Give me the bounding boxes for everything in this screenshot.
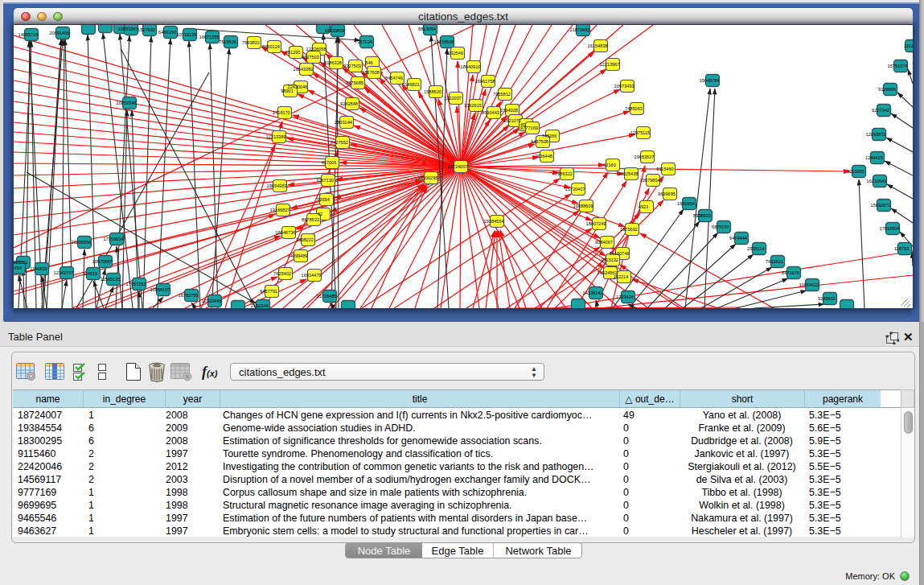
svg-text:12342757: 12342757 bbox=[54, 270, 74, 275]
svg-text:10654112: 10654112 bbox=[799, 282, 819, 287]
svg-text:20053346: 20053346 bbox=[117, 101, 137, 105]
svg-text:1527602: 1527602 bbox=[138, 27, 155, 32]
svg-text:7515526: 7515526 bbox=[219, 39, 236, 44]
svg-text:1322037: 1322037 bbox=[444, 96, 462, 101]
svg-text:9129966: 9129966 bbox=[878, 87, 896, 92]
svg-text:20691406: 20691406 bbox=[50, 31, 70, 35]
svg-text:1232549: 1232549 bbox=[446, 51, 463, 56]
svg-text:39154: 39154 bbox=[14, 266, 22, 270]
svg-text:2867608: 2867608 bbox=[362, 70, 380, 75]
svg-text:98901: 98901 bbox=[281, 89, 294, 93]
svg-text:1244415: 1244415 bbox=[865, 155, 883, 160]
svg-text:7625402: 7625402 bbox=[273, 271, 291, 276]
svg-text:1975692: 1975692 bbox=[620, 227, 638, 232]
svg-text:114519: 114519 bbox=[83, 271, 97, 276]
svg-text:16782759: 16782759 bbox=[179, 293, 199, 298]
svg-text:17359934: 17359934 bbox=[104, 237, 124, 241]
svg-text:16154838: 16154838 bbox=[588, 43, 608, 48]
svg-text:7663822: 7663822 bbox=[242, 40, 260, 45]
svg-text:8427552: 8427552 bbox=[331, 140, 348, 145]
svg-text:1362615: 1362615 bbox=[464, 103, 482, 108]
svg-text:4923: 4923 bbox=[639, 204, 648, 209]
svg-text:12505135: 12505135 bbox=[101, 277, 121, 282]
svg-text:19654983: 19654983 bbox=[267, 183, 287, 188]
svg-text:16648784: 16648784 bbox=[700, 78, 720, 83]
svg-text:9245652: 9245652 bbox=[818, 296, 836, 301]
svg-text:891295: 891295 bbox=[285, 50, 301, 55]
svg-text:18300295: 18300295 bbox=[418, 175, 438, 180]
svg-text:7357224: 7357224 bbox=[355, 39, 372, 44]
svg-text:8990443: 8990443 bbox=[482, 110, 499, 115]
svg-text:8938923: 8938923 bbox=[693, 213, 711, 218]
svg-text:10958107: 10958107 bbox=[150, 287, 170, 292]
svg-text:19384554: 19384554 bbox=[484, 219, 504, 224]
svg-text:8678533: 8678533 bbox=[302, 217, 319, 222]
svg-text:746266: 746266 bbox=[542, 134, 557, 138]
svg-text:8186328: 8186328 bbox=[324, 60, 342, 65]
svg-text:9699695: 9699695 bbox=[658, 192, 676, 196]
svg-text:12213389: 12213389 bbox=[266, 134, 286, 139]
svg-text:19166827: 19166827 bbox=[270, 208, 290, 212]
svg-text:17016504: 17016504 bbox=[880, 226, 900, 231]
svg-text:18807249: 18807249 bbox=[586, 221, 606, 226]
svg-text:12323446: 12323446 bbox=[202, 299, 222, 303]
svg-text:3875685: 3875685 bbox=[346, 80, 363, 85]
svg-text:9084067: 9084067 bbox=[595, 240, 613, 245]
svg-text:3698222: 3698222 bbox=[296, 237, 314, 242]
svg-text:9777169: 9777169 bbox=[520, 126, 538, 130]
svg-text:16671355: 16671355 bbox=[199, 35, 220, 39]
svg-text:7955812: 7955812 bbox=[493, 92, 511, 97]
svg-text:16046736: 16046736 bbox=[276, 230, 296, 235]
svg-text:15692971: 15692971 bbox=[871, 203, 891, 208]
svg-text:15720407: 15720407 bbox=[565, 187, 585, 192]
svg-text:1156829: 1156829 bbox=[30, 266, 47, 271]
svg-text:10975867: 10975867 bbox=[92, 259, 113, 264]
svg-text:1112: 1112 bbox=[904, 43, 913, 48]
svg-text:16543382: 16543382 bbox=[294, 67, 314, 72]
svg-text:2718170: 2718170 bbox=[273, 110, 290, 115]
svg-text:14055724: 14055724 bbox=[18, 32, 39, 37]
svg-text:9457791: 9457791 bbox=[260, 289, 277, 294]
svg-text:2935114: 2935114 bbox=[747, 246, 764, 251]
svg-text:3215955: 3215955 bbox=[847, 169, 864, 174]
svg-text:10719135: 10719135 bbox=[177, 32, 197, 37]
svg-text:16210643: 16210643 bbox=[867, 179, 887, 183]
svg-text:6794028: 6794028 bbox=[500, 108, 518, 113]
svg-text:2036448: 2036448 bbox=[535, 154, 552, 159]
svg-text:21873682: 21873682 bbox=[570, 27, 590, 32]
svg-text:62160: 62160 bbox=[603, 163, 616, 167]
svg-text:19653627: 19653627 bbox=[634, 154, 655, 159]
svg-text:9227342: 9227342 bbox=[872, 108, 889, 113]
svg-text:12093872: 12093872 bbox=[866, 132, 886, 137]
svg-text:116753: 116753 bbox=[894, 246, 909, 251]
svg-text:13226058: 13226058 bbox=[306, 47, 326, 51]
svg-text:252214: 252214 bbox=[614, 274, 629, 279]
svg-text:8813054: 8813054 bbox=[418, 27, 436, 31]
svg-text:1615132: 1615132 bbox=[601, 257, 618, 262]
svg-text:18640910: 18640910 bbox=[461, 64, 481, 69]
svg-text:10973493: 10973493 bbox=[614, 84, 634, 89]
svg-text:3267130: 3267130 bbox=[316, 178, 334, 183]
svg-text:9242848: 9242848 bbox=[340, 101, 358, 106]
svg-text:9827503: 9827503 bbox=[302, 55, 319, 60]
svg-text:14099489: 14099489 bbox=[288, 253, 308, 258]
svg-text:15751074: 15751074 bbox=[888, 64, 908, 68]
svg-text:10688609: 10688609 bbox=[573, 204, 593, 208]
svg-text:6497508: 6497508 bbox=[531, 139, 548, 144]
svg-text:8660124: 8660124 bbox=[262, 44, 280, 49]
svg-text:10025438: 10025438 bbox=[618, 171, 639, 176]
svg-text:62: 62 bbox=[318, 212, 322, 216]
svg-text:9474444: 9474444 bbox=[729, 236, 747, 241]
svg-text:1588520: 1588520 bbox=[424, 89, 441, 94]
svg-text:6879197: 6879197 bbox=[712, 225, 729, 229]
svg-text:15716485: 15716485 bbox=[317, 294, 337, 299]
svg-text:7485063: 7485063 bbox=[625, 106, 643, 111]
svg-text:10653267: 10653267 bbox=[118, 27, 138, 31]
svg-text:9115460: 9115460 bbox=[656, 167, 673, 171]
svg-text:18724007: 18724007 bbox=[448, 164, 468, 169]
svg-text:1640954: 1640954 bbox=[677, 201, 695, 206]
svg-text:16033809: 16033809 bbox=[325, 28, 345, 33]
svg-text:14136141: 14136141 bbox=[583, 290, 603, 295]
svg-text:9146821: 9146821 bbox=[402, 82, 420, 87]
svg-text:19579804: 19579804 bbox=[640, 178, 660, 183]
